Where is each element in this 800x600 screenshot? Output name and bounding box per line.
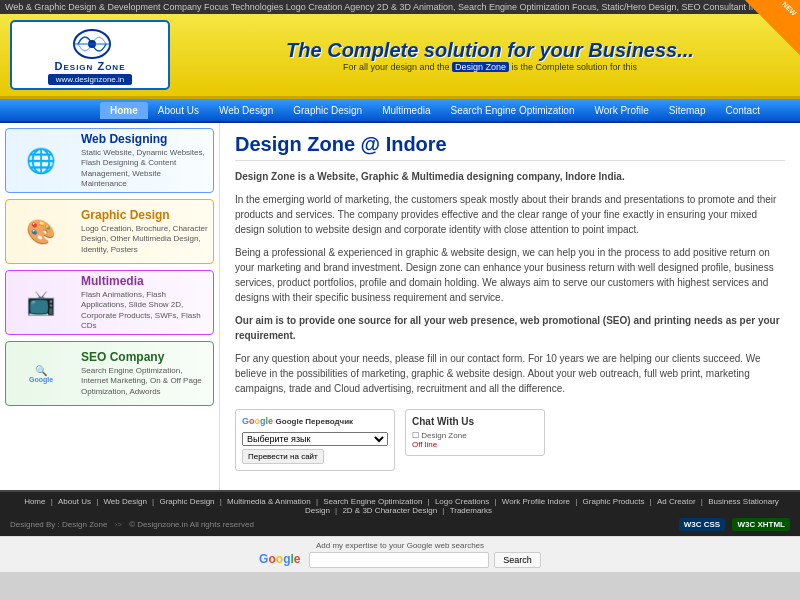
logo-area[interactable]: Design Zone www.designzone.in — [10, 20, 170, 90]
google-bottom-bar: Add my expertise to your Google web sear… — [0, 536, 800, 572]
logo-icon — [70, 25, 110, 60]
nav-webdesign[interactable]: Web Design — [209, 102, 283, 119]
w3c-css-badge: W3C CSS — [679, 518, 725, 531]
graphicdesign-title: Graphic Design — [81, 208, 208, 222]
google-search-button[interactable]: Search — [494, 552, 541, 568]
nav-sitemap[interactable]: Sitemap — [659, 102, 716, 119]
footer-links: Home | About Us | Web Design | Graphic D… — [10, 497, 790, 515]
footer-link-work[interactable]: Work Profile Indore — [502, 497, 570, 506]
chat-status: Off line — [412, 440, 538, 449]
widgets-row: Google Google Переводчик Выберите язык П… — [235, 404, 785, 471]
footer-link-home[interactable]: Home — [24, 497, 45, 506]
designed-by-label: Designed By : Design Zone — [10, 520, 107, 529]
footer-link-gp[interactable]: Graphic Products — [583, 497, 645, 506]
header: Design Zone www.designzone.in The Comple… — [0, 14, 800, 99]
w3c-xhtml-text: W3C XHTML — [737, 520, 785, 529]
content-area: Design Zone @ Indore Design Zone is a We… — [220, 123, 800, 490]
sidebar-card-multimedia[interactable]: 📺 Multimedia Flash Animations, Flash App… — [5, 270, 214, 335]
footer-designed: Designed By : Design Zone ›> © Designzon… — [10, 520, 254, 529]
multimedia-title: Multimedia — [81, 274, 208, 288]
webdesign-title: Web Designing — [81, 132, 208, 146]
logo-text: Design Zone — [55, 60, 126, 72]
slogan-sub: For all your design and the Design Zone … — [190, 62, 790, 72]
footer-copy: © Designzone.in All rights reserved — [129, 520, 254, 529]
footer-link-web[interactable]: Web Design — [103, 497, 146, 506]
footer-link-mm[interactable]: Multimedia & Animation — [227, 497, 311, 506]
graphicdesign-icon: 🎨 — [6, 199, 76, 264]
footer-sep: ›> — [115, 520, 122, 529]
graphicdesign-desc: Logo Creation, Brochure, Character Desig… — [81, 224, 208, 255]
content-para3: Our aim is to provide one source for all… — [235, 313, 785, 343]
content-title: Design Zone @ Indore — [235, 133, 785, 161]
multimedia-desc: Flash Animations, Flash Applications, Sl… — [81, 290, 208, 332]
google-translate-widget: Google Google Переводчик Выберите язык П… — [235, 409, 395, 471]
footer-link-graphic[interactable]: Graphic Design — [159, 497, 214, 506]
google-brand-bottom: Google — [259, 552, 304, 566]
ticker-text: Web & Graphic Design & Development Compa… — [5, 2, 778, 12]
content-para4: For any question about your needs, pleas… — [235, 351, 785, 396]
w3c-badges: W3C CSS W3C XHTML — [674, 518, 790, 531]
nav-seo[interactable]: Search Engine Optimization — [441, 102, 585, 119]
chat-status-label: ☐ Design Zone — [412, 431, 538, 440]
header-slogan: The Complete solution for your Business.… — [170, 39, 790, 72]
multimedia-icon: 📺 — [6, 270, 76, 335]
w3c-xhtml-badge: W3C XHTML — [732, 518, 790, 531]
footer-link-ad[interactable]: Ad Creator — [657, 497, 696, 506]
webdesign-desc: Static Website, Dynamic Websites, Flash … — [81, 148, 208, 190]
content-para2: Being a professional & experienced in gr… — [235, 245, 785, 305]
main-content: 🌐 Web Designing Static Website, Dynamic … — [0, 123, 800, 490]
ticker-bar: Web & Graphic Design & Development Compa… — [0, 0, 800, 14]
google-search-label: Add my expertise to your Google web sear… — [4, 541, 796, 550]
seo-icon: 🔍 Google — [6, 341, 76, 406]
nav-workprofile[interactable]: Work Profile — [584, 102, 658, 119]
translate-button[interactable]: Перевести на сайт — [242, 449, 324, 464]
footer: Home | About Us | Web Design | Graphic D… — [0, 490, 800, 536]
translate-title: Google Google Переводчик — [242, 416, 388, 426]
webdesign-icon: 🌐 — [6, 128, 76, 193]
slogan-highlight: Design Zone — [452, 62, 509, 72]
footer-link-char[interactable]: 2D & 3D Character Design — [342, 506, 437, 515]
google-search-input[interactable] — [309, 552, 489, 568]
nav-contact[interactable]: Contact — [715, 102, 769, 119]
nav-about[interactable]: About Us — [148, 102, 209, 119]
footer-link-seo[interactable]: Search Engine Optimization — [323, 497, 422, 506]
nav-graphicdesign[interactable]: Graphic Design — [283, 102, 372, 119]
sidebar-card-seo[interactable]: 🔍 Google SEO Company Search Engine Optim… — [5, 341, 214, 406]
sidebar-card-webdesign[interactable]: 🌐 Web Designing Static Website, Dynamic … — [5, 128, 214, 193]
footer-link-logo[interactable]: Logo Creations — [435, 497, 489, 506]
translate-select[interactable]: Выберите язык — [242, 432, 388, 446]
seo-title: SEO Company — [81, 350, 208, 364]
footer-bottom: Designed By : Design Zone ›> © Designzon… — [10, 518, 790, 531]
nav-home[interactable]: Home — [100, 102, 148, 119]
sidebar: 🌐 Web Designing Static Website, Dynamic … — [0, 123, 220, 490]
content-intro: Design Zone is a Website, Graphic & Mult… — [235, 169, 785, 184]
logo-url: www.designzone.in — [48, 74, 132, 85]
chat-widget: Chat With Us ☐ Design Zone Off line — [405, 409, 545, 456]
nav-multimedia[interactable]: Multimedia — [372, 102, 440, 119]
slogan-title: The Complete solution for your Business.… — [190, 39, 790, 62]
footer-link-sitemap[interactable]: Trademarks — [450, 506, 492, 515]
footer-link-about[interactable]: About Us — [58, 497, 91, 506]
content-para1: In the emerging world of marketing, the … — [235, 192, 785, 237]
w3c-css-text: W3C CSS — [684, 520, 720, 529]
navigation: Home About Us Web Design Graphic Design … — [0, 99, 800, 123]
chat-title: Chat With Us — [412, 416, 538, 427]
seo-desc: Search Engine Optimization, Internet Mar… — [81, 366, 208, 397]
sidebar-card-graphicdesign[interactable]: 🎨 Graphic Design Logo Creation, Brochure… — [5, 199, 214, 264]
